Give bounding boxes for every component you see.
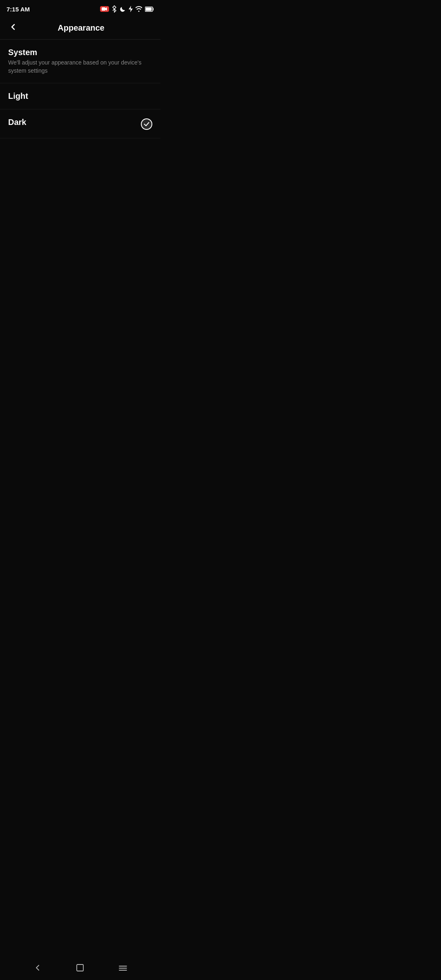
bluetooth-icon — [111, 5, 117, 13]
battery-icon — [145, 7, 154, 12]
checkmark-icon — [143, 121, 150, 127]
dark-selected-checkmark — [141, 118, 152, 130]
svg-rect-0 — [102, 7, 105, 11]
wifi-icon — [135, 6, 143, 12]
svg-rect-4 — [146, 7, 152, 11]
svg-marker-1 — [105, 7, 107, 11]
record-badge-icon — [100, 6, 109, 12]
light-option-text: Light — [8, 91, 152, 101]
video-record-icon — [102, 7, 107, 11]
back-icon — [8, 22, 18, 32]
system-option[interactable]: System We'll adjust your appearance base… — [0, 40, 160, 83]
dark-option[interactable]: Dark — [0, 109, 160, 138]
dark-option-text: Dark — [8, 118, 141, 127]
system-option-subtitle: We'll adjust your appearance based on yo… — [8, 59, 152, 75]
status-icons — [100, 5, 154, 13]
moon-icon — [120, 6, 126, 12]
system-option-text: System We'll adjust your appearance base… — [8, 48, 152, 75]
dark-option-title: Dark — [8, 118, 141, 127]
system-option-title: System — [8, 48, 152, 57]
status-time: 7:15 AM — [7, 6, 30, 13]
appearance-options-list: System We'll adjust your appearance base… — [0, 40, 160, 138]
svg-marker-2 — [129, 6, 133, 12]
app-bar: Appearance — [0, 16, 160, 40]
light-option[interactable]: Light — [0, 83, 160, 109]
status-bar: 7:15 AM — [0, 0, 160, 16]
light-option-title: Light — [8, 91, 152, 101]
page-title: Appearance — [20, 23, 143, 33]
flash-icon — [129, 6, 133, 12]
back-button[interactable] — [7, 20, 20, 35]
